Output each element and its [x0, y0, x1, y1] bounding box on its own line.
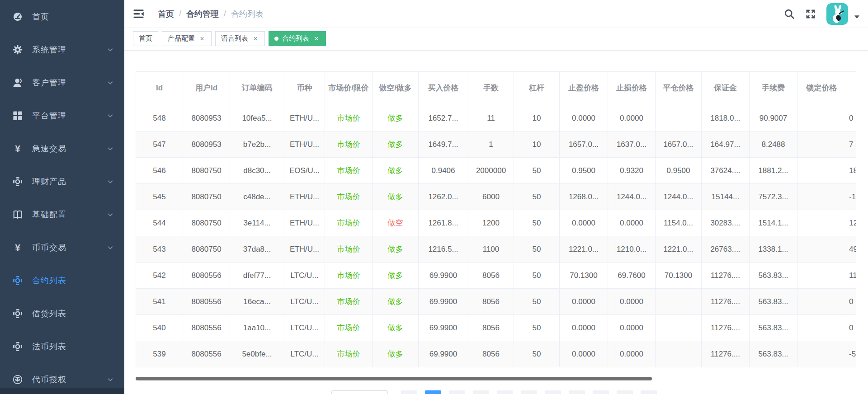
hamburger-icon[interactable]	[133, 8, 144, 19]
page-button-7[interactable]	[569, 390, 585, 394]
tag-产品配置[interactable]: 产品配置×	[162, 31, 212, 46]
sidebar-item-base-config[interactable]: 基础配置	[0, 198, 124, 231]
cell-pnl: 11	[846, 263, 856, 289]
chevron-down-icon	[107, 178, 113, 185]
cell-price_type: 市场价	[325, 210, 373, 236]
cell-margin: 37624....	[702, 158, 750, 184]
sidebar-item-fiat-list[interactable]: 法币列表	[0, 330, 124, 363]
cell-pnl: 0	[846, 315, 856, 341]
column-header-order: 订单编码	[230, 72, 284, 105]
chevron-down-icon	[107, 211, 113, 218]
page-button-8[interactable]	[593, 390, 609, 394]
tag-语言列表[interactable]: 语言列表×	[215, 31, 265, 46]
page-button-1[interactable]	[425, 390, 441, 394]
cell-pnl: 0	[846, 105, 856, 131]
cell-fee: 563.83...	[750, 341, 797, 367]
cell-coin: ETH/U...	[284, 210, 325, 236]
sidebar-item-fast-trade[interactable]: ¥急速交易	[0, 132, 124, 165]
cell-lock_price	[797, 289, 846, 315]
cell-lock_price	[797, 131, 846, 158]
cell-uid: 8080750	[183, 184, 230, 210]
sidebar-item-platform[interactable]: 平台管理	[0, 99, 124, 132]
search-icon[interactable]	[784, 9, 795, 19]
cell-direction: 做多	[373, 236, 419, 263]
page-size-select[interactable]	[331, 390, 388, 394]
cell-lever: 50	[514, 158, 560, 184]
sidebar-item-label: 理财产品	[32, 176, 113, 187]
cell-id: 543	[136, 236, 183, 263]
sidebar-item-label: 基础配置	[32, 209, 113, 220]
breadcrumb-item[interactable]: 合约管理	[186, 9, 219, 19]
cell-coin: LTC/U...	[284, 341, 325, 367]
chevron-down-icon	[107, 80, 113, 86]
cell-lock_price	[797, 315, 846, 341]
cell-order: 1aa10...	[230, 315, 284, 341]
sidebar-item-contract-list[interactable]: 合约列表	[0, 264, 124, 297]
cell-take_profit: 0.9500	[560, 158, 608, 184]
cell-stop_loss: 1637.0...	[608, 131, 656, 158]
main-area: 首页/合约管理/合约列表 首页产品配置×语言列表×合约列表× Id用户id订单编…	[124, 0, 868, 394]
breadcrumb-item[interactable]: 首页	[158, 9, 174, 19]
cell-coin: ETH/U...	[284, 184, 325, 210]
page-button-4[interactable]	[497, 390, 513, 394]
cell-order: b7e2b...	[230, 131, 284, 158]
cell-pnl: 12	[846, 210, 856, 236]
tag-close-icon[interactable]: ×	[252, 35, 259, 42]
cell-margin: 164.97...	[702, 131, 750, 158]
gauge-icon	[13, 12, 23, 22]
sidebar-item-home[interactable]: 首页	[0, 0, 124, 33]
cell-take_profit: 1268.0...	[560, 184, 608, 210]
cell-direction: 做多	[373, 158, 419, 184]
page-button-5[interactable]	[521, 390, 537, 394]
tag-close-icon[interactable]: ×	[198, 35, 206, 42]
horizontal-scrollbar[interactable]	[136, 377, 652, 380]
page-button-3[interactable]	[473, 390, 489, 394]
page-button-2[interactable]	[449, 390, 465, 394]
fullscreen-icon[interactable]	[805, 9, 816, 19]
sidebar-item-customer[interactable]: 客户管理	[0, 66, 124, 99]
cell-direction: 做空	[373, 210, 419, 236]
tag-close-icon[interactable]: ×	[313, 35, 320, 42]
sidebar-item-wealth[interactable]: 理财产品	[0, 165, 124, 198]
cell-uid: 8080556	[183, 341, 230, 367]
cell-uid: 8080750	[183, 236, 230, 263]
cell-price_type: 市场价	[325, 315, 373, 341]
sidebar-item-loan-list[interactable]: 借贷列表	[0, 297, 124, 330]
column-header-lock_price: 锁定价格	[797, 72, 846, 105]
prev-page-button[interactable]	[401, 390, 417, 394]
cell-price_type: 市场价	[325, 263, 373, 289]
column-header-coin: 币种	[284, 72, 325, 105]
table-header-row: Id用户id订单编码币种市场价/限价做空/做多买入价格手数杠杆止盈价格止损价格平…	[136, 72, 856, 105]
cell-fee: 1338.1...	[750, 236, 797, 263]
cell-margin: 11276....	[702, 263, 750, 289]
tag-合约列表[interactable]: 合约列表×	[269, 31, 326, 46]
sidebar-item-coin-trade[interactable]: ¥币币交易	[0, 231, 124, 264]
caret-down-icon[interactable]	[854, 14, 860, 20]
cell-margin: 11276....	[702, 341, 750, 367]
cell-close_price	[656, 105, 702, 131]
cell-id: 548	[136, 105, 183, 131]
cell-uid: 8080750	[183, 158, 230, 184]
page-button-6[interactable]	[545, 390, 561, 394]
cell-take_profit: 0.0000	[560, 210, 608, 236]
cell-direction: 做多	[373, 341, 419, 367]
cell-take_profit: 70.1300	[560, 263, 608, 289]
cell-direction: 做多	[373, 289, 419, 315]
cell-take_profit: 0.0000	[560, 341, 608, 367]
avatar[interactable]	[826, 3, 848, 25]
cell-uid: 8080556	[183, 289, 230, 315]
cell-lever: 10	[514, 131, 560, 158]
lifering-icon	[13, 177, 23, 187]
cell-close_price	[656, 341, 702, 367]
cell-pnl: -5	[846, 341, 856, 367]
cell-id: 545	[136, 184, 183, 210]
tag-首页[interactable]: 首页	[133, 31, 158, 46]
cell-id: 547	[136, 131, 183, 158]
cell-hands: 8056	[468, 263, 514, 289]
page-button-9[interactable]	[617, 390, 633, 394]
column-header-stop_loss: 止损价格	[608, 72, 656, 105]
sidebar-item-system[interactable]: 系统管理	[0, 33, 124, 66]
cell-close_price: 70.1300	[656, 263, 702, 289]
cell-take_profit: 0.0000	[560, 289, 608, 315]
page-button-10[interactable]	[641, 390, 657, 394]
